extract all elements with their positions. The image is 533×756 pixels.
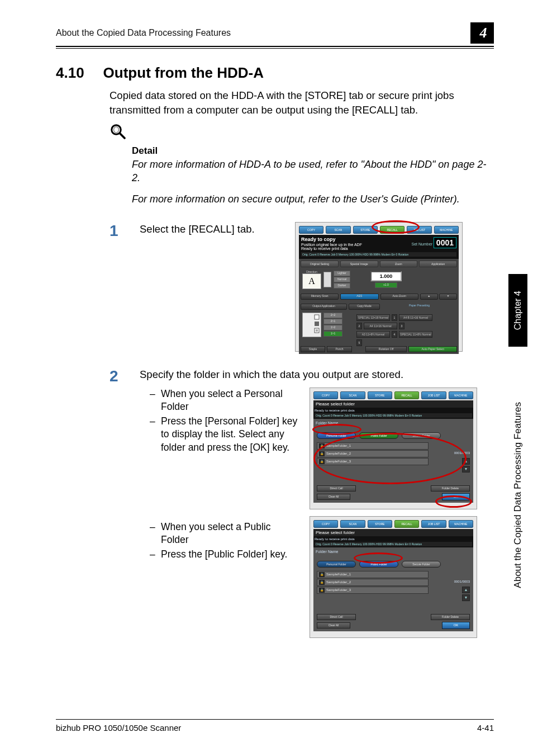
q-folder-delete-btn[interactable]: Folder Delete <box>431 614 470 620</box>
section-heading: 4.10 Output from the HDD-A <box>56 64 494 82</box>
auto-paper-select-btn[interactable]: Auto Paper Select <box>408 346 457 352</box>
direct-call-btn[interactable]: Direct Call <box>317 485 356 492</box>
zoom-value: 1.000 <box>370 271 402 281</box>
step-2-text: Specify the folder in which the data you… <box>140 367 494 382</box>
btn-zoom[interactable]: Zoom <box>380 261 418 267</box>
svg-rect-4 <box>315 322 319 326</box>
secure-folder-tab-2[interactable]: Secure Folder <box>402 561 441 568</box>
personal-folder-tab-2[interactable]: Personal Folder <box>317 561 356 568</box>
magnifier-icon <box>110 123 126 140</box>
tab-copy[interactable]: COPY <box>299 226 323 234</box>
q-folder-row-1[interactable]: 🔒SampleFolder_1 <box>317 571 429 578</box>
zoom-up[interactable]: ▲ <box>420 294 438 300</box>
paper-4[interactable]: A3 11×8½ Normal <box>356 331 390 338</box>
p-tab-copy[interactable]: COPY <box>313 391 338 399</box>
q-foldername-label: Folder Name <box>316 550 338 554</box>
svg-rect-6 <box>316 329 318 332</box>
status-bar: Orig. Count 0 Reserve Job 0 Memory 100.0… <box>301 252 456 257</box>
paper-5[interactable]: SPECIAL 11×8½ Normal <box>399 331 432 338</box>
header-rule-thin <box>56 48 494 49</box>
side-label-text: About the Copied Data Processing Feature… <box>512 402 524 588</box>
density-normal[interactable]: Normal <box>334 277 350 282</box>
paper-2-num: 2 <box>356 323 362 329</box>
q-folder-row-3[interactable]: 🔒SampleFolder_3 <box>317 587 429 594</box>
density-darker[interactable]: Darker <box>334 283 350 289</box>
bullet-b-1: When you select a Public Folder <box>150 521 299 547</box>
callout-recall-tab <box>372 220 420 234</box>
direction-a-box[interactable]: A <box>302 273 321 289</box>
callout-ok <box>435 495 472 508</box>
detail-label: Detail <box>132 145 489 157</box>
paper-3[interactable]: A4 11×16 Normal <box>364 323 397 329</box>
q-ok-btn[interactable]: OK <box>442 622 470 629</box>
staple-btn[interactable]: Staple <box>301 346 325 352</box>
memory-scan-btn[interactable]: Memory Scan <box>301 294 339 300</box>
q-scroll-up[interactable]: ▲ <box>462 587 470 593</box>
page-header-row: About the Copied Data Processing Feature… <box>56 22 494 44</box>
btn-special-image[interactable]: Special Image <box>340 261 378 267</box>
side-tab: Chapter 4 About the Copied Data Processi… <box>507 274 529 643</box>
folder-delete-btn[interactable]: Folder Delete <box>431 485 470 492</box>
density-lighter[interactable]: Lighter <box>334 271 350 276</box>
q-tab-recall[interactable]: RECALL <box>394 520 419 528</box>
copymode-21[interactable]: 2>1 <box>323 319 342 324</box>
screenshot-public-folder: COPY SCAN STORE RECALL JOB LIST MACHINE … <box>310 516 477 638</box>
callout-public-folder <box>354 552 403 564</box>
aes-btn[interactable]: AES <box>340 294 378 300</box>
copymode-22[interactable]: 2>2 <box>323 313 342 318</box>
zoom-x1[interactable]: x1.0 <box>375 282 397 288</box>
p-tab-joblist[interactable]: JOB LIST <box>421 391 446 399</box>
copymode-11[interactable]: 1>1 <box>323 331 342 337</box>
copymode-12[interactable]: 1>2 <box>323 325 342 330</box>
q-tab-machine[interactable]: MACHINE <box>449 520 473 528</box>
q-scroll-down[interactable]: ▼ <box>462 594 470 601</box>
callout-personal-folder <box>312 424 361 435</box>
output-application-btn[interactable]: Output Application <box>301 304 347 310</box>
scroll-down[interactable]: ▼ <box>462 466 470 472</box>
btn-original-setting[interactable]: Original Setting <box>301 261 339 267</box>
p-tab-recall[interactable]: RECALL <box>394 391 419 399</box>
q-folder-row-1-label: SampleFolder_1 <box>326 573 351 576</box>
footer-left: bizhub PRO 1050/1050e Scanner <box>56 723 181 733</box>
side-label-box: About the Copied Data Processing Feature… <box>508 347 527 643</box>
q-tab-joblist[interactable]: JOB LIST <box>421 520 446 528</box>
tab-scan[interactable]: SCAN <box>326 226 350 234</box>
q-statusbar: Orig. Count 0 Reserve Job 0 Memory 100.0… <box>315 542 472 546</box>
auto-zoom-btn[interactable]: Auto Zoom <box>380 294 418 300</box>
screenshot-copy-screen: COPY SCAN STORE RECALL JOB LIST MACHINE … <box>295 222 463 352</box>
punch-btn[interactable]: Punch <box>327 346 351 352</box>
q-tab-store[interactable]: STORE <box>368 520 392 528</box>
q-folder-count: 0001/0003 <box>454 580 470 583</box>
p-tab-scan[interactable]: SCAN <box>340 391 365 399</box>
footer-rule <box>56 719 494 720</box>
p-tab-store[interactable]: STORE <box>368 391 392 399</box>
btn-application[interactable]: Application <box>419 261 457 267</box>
page-icon <box>323 272 331 287</box>
q-folder-row-2[interactable]: 🔒SampleFolder_2 <box>317 579 429 586</box>
q-folder-row-2-label: SampleFolder_2 <box>326 580 351 584</box>
set-number-value: 0001 <box>434 237 456 248</box>
q-clear-all-btn[interactable]: Clear All <box>317 622 350 629</box>
q-tab-copy[interactable]: COPY <box>313 520 338 528</box>
zoom-down[interactable]: ▼ <box>439 294 457 300</box>
paper-presetting-label: Paper Presetting <box>382 304 457 310</box>
q-direct-call-btn[interactable]: Direct Call <box>317 614 356 620</box>
svg-point-1 <box>114 127 119 133</box>
paper-3-num: 3 <box>399 323 404 329</box>
p-tab-machine[interactable]: MACHINE <box>449 391 473 399</box>
step-2-bullets-a: When you select a Personal Folder Press … <box>140 388 299 455</box>
lock-icon: 🔒 <box>319 588 325 593</box>
body-column: Copied data stored on the HDD-A with the… <box>110 88 494 206</box>
detail-block: Detail For more information of HDD-A to … <box>132 145 489 206</box>
paper-2[interactable]: A4 B 11×16 Normal <box>399 314 432 321</box>
paper-1[interactable]: SPECIAL 12×18 Normal <box>356 314 390 321</box>
clear-all-btn[interactable]: Clear All <box>317 494 350 500</box>
side-chapter-text: Chapter 4 <box>513 291 523 330</box>
rotation-off-btn[interactable]: Rotation Off <box>365 346 407 352</box>
chapter-number: 4 <box>480 25 487 41</box>
tab-machine[interactable]: MACHINE <box>434 226 459 234</box>
chapter-badge-wrap: 4 <box>473 22 494 44</box>
q-tab-scan[interactable]: SCAN <box>340 520 365 528</box>
main-grid: Original Setting Special Image Zoom Appl… <box>299 259 459 354</box>
ready-text: Ready to copy Position original face up … <box>301 237 362 251</box>
